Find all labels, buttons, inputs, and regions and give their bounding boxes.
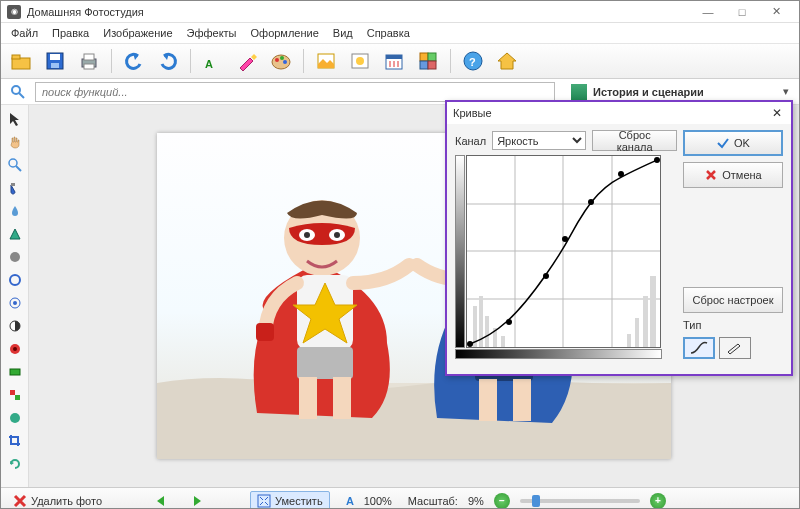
undo-icon[interactable] [120,47,148,75]
svg-point-11 [280,56,284,60]
type-curve-button[interactable] [683,337,715,359]
menu-help[interactable]: Справка [361,25,416,41]
channel-select[interactable]: Яркость [492,131,586,150]
chevron-down-icon[interactable]: ▾ [783,85,789,98]
svg-point-42 [10,413,20,423]
menu-file[interactable]: Файл [5,25,44,41]
calendar-icon[interactable] [380,47,408,75]
svg-rect-52 [299,377,317,419]
cancel-button[interactable]: Отмена [683,162,783,188]
svg-rect-51 [297,347,353,379]
svg-point-27 [12,86,20,94]
type-pencil-button[interactable] [719,337,751,359]
search-input[interactable] [35,82,555,102]
fit-label: Уместить [275,495,323,507]
curve-canvas[interactable] [466,155,661,348]
svg-point-29 [9,159,17,167]
dialog-close-icon[interactable]: ✕ [769,105,785,121]
svg-rect-53 [333,377,351,419]
ok-button[interactable]: OK [683,130,783,156]
zoom-out-button[interactable]: − [494,493,510,509]
toolbar-sep [450,49,451,73]
zoom-thumb[interactable] [532,495,540,507]
toolbar-sep [190,49,191,73]
svg-rect-41 [15,395,20,400]
fit-button[interactable]: Уместить [250,491,330,510]
crop-icon[interactable] [4,431,26,451]
contrast-icon[interactable] [4,316,26,336]
eyedropper-icon[interactable] [4,178,26,198]
svg-rect-22 [428,53,436,61]
left-toolbar [1,105,29,487]
svg-rect-62 [479,379,497,421]
app-icon: ◉ [7,5,21,19]
svg-rect-23 [420,61,428,69]
svg-rect-79 [643,296,648,347]
scale-label: Масштаб: [408,495,458,507]
reset-settings-button[interactable]: Сброс настроек [683,287,783,313]
svg-point-46 [304,232,310,238]
svg-rect-50 [256,323,274,341]
svg-rect-31 [11,183,15,186]
image-icon[interactable] [312,47,340,75]
photo-icon[interactable] [346,47,374,75]
pointer-icon[interactable] [4,109,26,129]
menu-design[interactable]: Оформление [245,25,325,41]
svg-point-35 [13,301,17,305]
svg-rect-64 [258,495,270,507]
search-icon [7,81,29,103]
menu-edit[interactable]: Правка [46,25,95,41]
svg-point-32 [10,252,20,262]
hand-icon[interactable] [4,132,26,152]
redo-icon[interactable] [154,47,182,75]
hundred-button[interactable]: A 100% [340,492,398,510]
save-icon[interactable] [41,47,69,75]
sharpen-icon[interactable] [4,247,26,267]
zoom-in-button[interactable]: + [650,493,666,509]
toolbar-sep [111,49,112,73]
menubar: Файл Правка Изображение Эффекты Оформлен… [1,23,799,43]
svg-point-15 [356,57,364,65]
svg-point-85 [588,199,594,205]
crayon-icon[interactable] [233,47,261,75]
close-button[interactable]: ✕ [759,2,793,22]
menu-view[interactable]: Вид [327,25,359,41]
svg-rect-1 [12,55,20,59]
channel-label: Канал [455,135,486,147]
svg-rect-17 [386,55,402,59]
clone-icon[interactable] [4,270,26,290]
svg-point-87 [654,157,660,163]
delete-photo-button[interactable]: Удалить фото [7,492,108,510]
reset-channel-button[interactable]: Сброс канала [592,130,677,151]
blur-icon[interactable] [4,224,26,244]
rotate-icon[interactable] [4,454,26,474]
target-icon[interactable] [4,293,26,313]
prev-button[interactable] [148,492,174,510]
zoom-icon[interactable] [4,155,26,175]
zoom-slider[interactable] [520,499,640,503]
minimize-button[interactable]: — [691,2,725,22]
gradient-icon[interactable] [4,362,26,382]
home-icon[interactable] [493,47,521,75]
svg-point-84 [562,236,568,242]
next-button[interactable] [184,492,210,510]
print-icon[interactable] [75,47,103,75]
right-panel-title: История и сценарии [593,86,704,98]
text-icon[interactable]: A [199,47,227,75]
help-icon[interactable]: ? [459,47,487,75]
hundred-label: 100% [364,495,392,507]
collage-icon[interactable] [414,47,442,75]
svg-rect-80 [650,276,656,347]
menu-image[interactable]: Изображение [97,25,178,41]
menu-effects[interactable]: Эффекты [181,25,243,41]
dialog-titlebar[interactable]: Кривые ✕ [447,102,791,124]
redeye-icon[interactable] [4,339,26,359]
heal-icon[interactable] [4,408,26,428]
right-panel-header[interactable]: История и сценарии ▾ [561,84,793,100]
palette-icon[interactable] [267,47,295,75]
maximize-button[interactable]: □ [725,2,759,22]
replace-icon[interactable] [4,385,26,405]
svg-text:A: A [205,58,213,70]
open-icon[interactable] [7,47,35,75]
brush-icon[interactable] [4,201,26,221]
